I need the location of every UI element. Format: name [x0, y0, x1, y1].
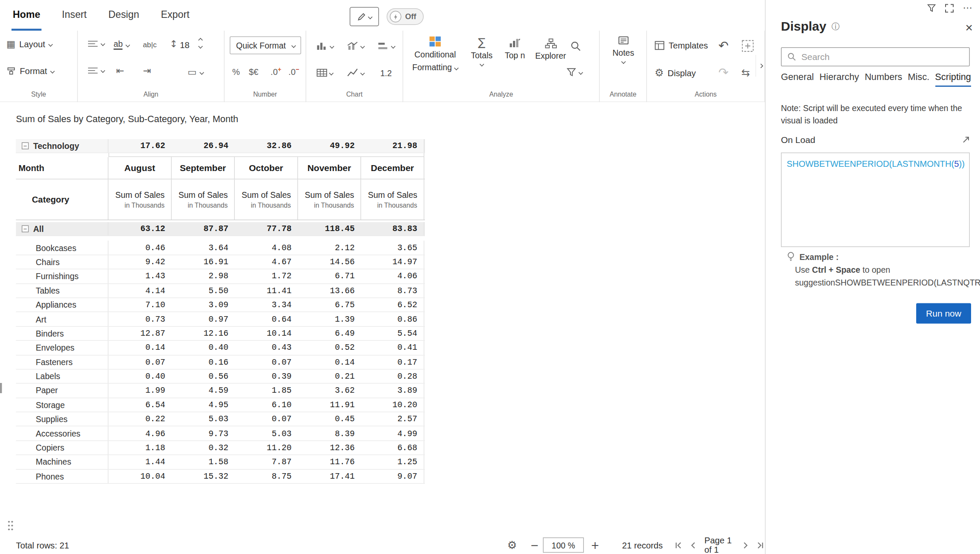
measure-header-october[interactable]: Sum of Salesin Thousands	[235, 180, 298, 220]
value-cell-chairs-october[interactable]: 4.67	[235, 255, 298, 269]
month-header-october[interactable]: October	[235, 157, 298, 179]
decrease-decimal-button[interactable]: .0−	[288, 67, 299, 77]
settings-gear-icon[interactable]: ⚙	[507, 536, 517, 554]
value-cell-phones-august[interactable]: 10.04	[108, 469, 172, 483]
row-label-art[interactable]: Art	[16, 312, 109, 326]
value-cell-supplies-august[interactable]: 0.22	[108, 412, 172, 426]
clustered-bar-button[interactable]	[373, 37, 399, 55]
value-cell-technology-september[interactable]: 26.94	[172, 139, 235, 153]
display-button[interactable]: ⚙ Display	[655, 68, 696, 78]
value-cell-technology-december[interactable]: 21.98	[361, 139, 424, 153]
row-label-phones[interactable]: Phones	[16, 469, 109, 483]
table-row-fasteners[interactable]: Fasteners0.070.160.070.140.17	[16, 355, 425, 370]
ribbon-tab-home[interactable]: Home	[11, 6, 42, 31]
info-icon[interactable]: ⓘ	[832, 21, 840, 32]
bar-chart-button[interactable]	[311, 37, 338, 55]
top-n-button[interactable]: Top n	[500, 38, 530, 60]
row-label-bookcases[interactable]: Bookcases	[16, 241, 109, 254]
previous-page-icon[interactable]	[689, 541, 698, 549]
percent-format-button[interactable]: %	[232, 67, 240, 77]
panel-tab-numbers[interactable]: Numbers	[865, 71, 902, 87]
month-header-august[interactable]: August	[108, 157, 172, 179]
value-cell-storage-september[interactable]: 4.95	[172, 398, 235, 412]
value-cell-binders-august[interactable]: 12.87	[108, 327, 172, 340]
value-cell-art-august[interactable]: 0.73	[108, 312, 172, 326]
value-cell-chairs-november[interactable]: 14.56	[298, 255, 362, 269]
value-cell-storage-october[interactable]: 6.10	[235, 398, 298, 412]
table-row-binders[interactable]: Binders12.8712.1610.146.495.54	[16, 327, 425, 341]
panel-tab-general[interactable]: General	[781, 71, 814, 87]
value-cell-all-december[interactable]: 83.83	[361, 222, 424, 236]
value-cell-storage-august[interactable]: 6.54	[108, 398, 172, 412]
value-cell-envelopes-september[interactable]: 0.40	[172, 341, 235, 354]
ribbon-tab-export[interactable]: Export	[160, 6, 191, 31]
value-cell-supplies-november[interactable]: 0.45	[298, 412, 362, 426]
panel-tab-misc-[interactable]: Misc.	[908, 71, 929, 87]
value-cell-bookcases-august[interactable]: 0.46	[108, 241, 172, 254]
panel-tab-hierarchy[interactable]: Hierarchy	[820, 71, 859, 87]
conditional-formatting-button[interactable]: Conditional Formatting	[408, 36, 462, 73]
value-cell-accessories-august[interactable]: 4.96	[108, 427, 172, 440]
value-cell-furnishings-october[interactable]: 1.72	[235, 269, 298, 283]
collapse-toggle-icon[interactable]: −	[22, 143, 29, 150]
value-cell-tables-november[interactable]: 13.66	[298, 284, 362, 297]
value-cell-machines-august[interactable]: 1.44	[108, 455, 172, 469]
expand-editor-icon[interactable]	[962, 136, 970, 144]
value-cell-envelopes-october[interactable]: 0.43	[235, 341, 298, 354]
value-cell-bookcases-september[interactable]: 3.64	[172, 241, 235, 254]
row-label-all[interactable]: −All	[16, 222, 109, 236]
value-cell-tables-december[interactable]: 8.73	[361, 284, 424, 297]
value-cell-accessories-september[interactable]: 9.73	[172, 427, 235, 440]
value-cell-labels-august[interactable]: 0.40	[108, 369, 172, 383]
row-label-tables[interactable]: Tables	[16, 284, 109, 297]
value-cell-paper-november[interactable]: 3.62	[298, 384, 362, 397]
zoom-level-input[interactable]	[543, 537, 584, 553]
value-cell-appliances-october[interactable]: 3.34	[235, 298, 298, 311]
row-label-storage[interactable]: Storage	[16, 398, 109, 412]
font-size-stepper[interactable]	[199, 39, 202, 48]
row-label-copiers[interactable]: Copiers	[16, 441, 109, 454]
value-cell-furnishings-november[interactable]: 6.71	[298, 269, 362, 283]
value-cell-art-november[interactable]: 1.39	[298, 312, 362, 326]
value-cell-phones-november[interactable]: 17.41	[298, 469, 362, 483]
value-cell-binders-december[interactable]: 5.54	[361, 327, 424, 340]
value-cell-appliances-august[interactable]: 7.10	[108, 298, 172, 311]
value-cell-supplies-december[interactable]: 2.57	[361, 412, 424, 426]
value-cell-art-october[interactable]: 0.64	[235, 312, 298, 326]
value-cell-paper-december[interactable]: 3.89	[361, 384, 424, 397]
value-cell-chairs-august[interactable]: 9.42	[108, 255, 172, 269]
value-cell-accessories-october[interactable]: 5.03	[235, 427, 298, 440]
table-row-machines[interactable]: Machines1.441.587.8711.761.25	[16, 455, 425, 470]
first-page-icon[interactable]	[674, 541, 682, 549]
layout-button[interactable]: ▦ Layout	[6, 40, 52, 49]
value-cell-fasteners-november[interactable]: 0.14	[298, 355, 362, 369]
measure-header-november[interactable]: Sum of Salesin Thousands	[298, 180, 362, 220]
row-label-supplies[interactable]: Supplies	[16, 412, 109, 426]
month-header-november[interactable]: November	[298, 157, 362, 179]
value-cell-envelopes-december[interactable]: 0.41	[361, 341, 424, 354]
table-row-paper[interactable]: Paper1.994.591.853.623.89	[16, 384, 425, 398]
table-row-all[interactable]: −All63.1287.8777.78118.4583.83	[16, 222, 425, 237]
value-cell-machines-october[interactable]: 7.87	[235, 455, 298, 469]
vertical-align-button[interactable]	[88, 68, 104, 74]
table-row-bookcases[interactable]: Bookcases0.463.644.082.123.65	[16, 241, 425, 255]
value-cell-technology-october[interactable]: 32.86	[235, 139, 298, 153]
focus-mode-icon[interactable]	[945, 3, 954, 12]
resize-handle[interactable]	[0, 383, 2, 393]
text-underline-button[interactable]: ab	[114, 40, 129, 50]
filter-button[interactable]	[567, 68, 582, 77]
increase-decimal-button[interactable]: .0+	[271, 67, 281, 77]
table-row-envelopes[interactable]: Envelopes0.140.400.430.520.41	[16, 341, 425, 355]
ribbon-tab-insert[interactable]: Insert	[61, 6, 88, 31]
value-cell-envelopes-november[interactable]: 0.52	[298, 341, 362, 354]
value-cell-all-november[interactable]: 118.45	[298, 222, 362, 236]
redo-button[interactable]: ↷	[718, 65, 729, 79]
table-row-furnishings[interactable]: Furnishings1.432.981.726.714.06	[16, 269, 425, 284]
table-row-chairs[interactable]: Chairs9.4216.914.6714.5614.97	[16, 255, 425, 270]
value-cell-supplies-september[interactable]: 5.03	[172, 412, 235, 426]
row-label-machines[interactable]: Machines	[16, 455, 109, 469]
value-cell-technology-august[interactable]: 17.62	[108, 139, 172, 153]
value-cell-copiers-september[interactable]: 0.32	[172, 441, 235, 454]
value-cell-copiers-october[interactable]: 11.20	[235, 441, 298, 454]
table-row-copiers[interactable]: Copiers1.180.3211.2012.366.68	[16, 441, 425, 455]
